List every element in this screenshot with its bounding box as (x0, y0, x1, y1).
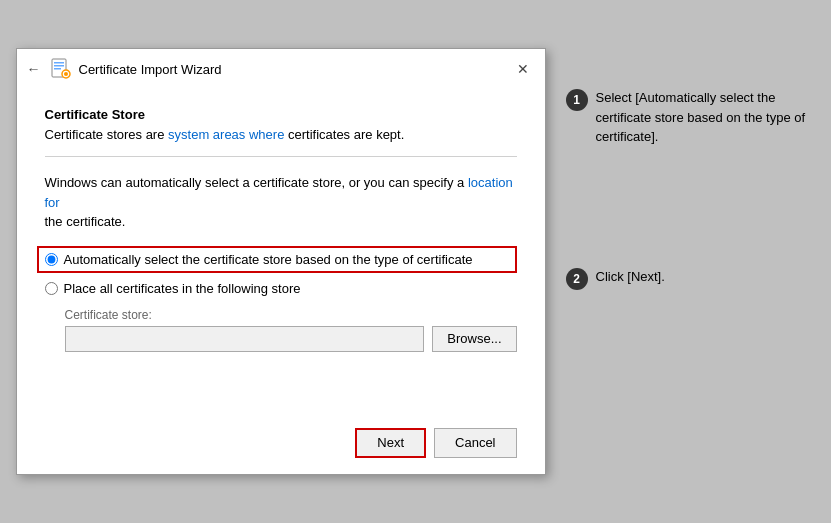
cert-store-section: Certificate store: Browse... (65, 308, 517, 352)
dialog-body: Certificate Store Certificate stores are… (17, 87, 545, 368)
manual-radio-option[interactable]: Place all certificates in the following … (45, 281, 517, 296)
wizard-icon (49, 57, 73, 81)
title-bar-left: ← Certificate Import Wizard (27, 57, 222, 81)
annotation-number-1: 1 (566, 89, 588, 111)
annotation-2: 2 Click [Next]. (566, 267, 806, 290)
annotation-text-2: Click [Next]. (596, 267, 665, 287)
svg-point-5 (64, 72, 68, 76)
annotation-text-1: Select [Automatically select the certifi… (596, 88, 806, 147)
section-description: Certificate stores are system areas wher… (45, 126, 517, 144)
cert-store-label: Certificate store: (65, 308, 517, 322)
section-divider (45, 156, 517, 157)
auto-radio-label: Automatically select the certificate sto… (64, 252, 473, 267)
auto-radio-option[interactable]: Automatically select the certificate sto… (37, 246, 517, 273)
auto-radio-input[interactable] (45, 253, 58, 266)
svg-rect-1 (54, 62, 64, 64)
svg-rect-3 (54, 68, 61, 70)
back-button[interactable]: ← (27, 61, 41, 77)
cancel-button[interactable]: Cancel (434, 428, 516, 458)
section-link: system areas where (168, 127, 284, 142)
cert-store-row: Browse... (65, 326, 517, 352)
certificate-import-wizard-dialog: ← Certificate Import Wizard ✕ Certificat… (16, 48, 546, 475)
annotation-1: 1 Select [Automatically select the certi… (566, 88, 806, 147)
close-button[interactable]: ✕ (511, 57, 535, 81)
dialog-title: Certificate Import Wizard (79, 62, 222, 77)
dialog-footer: Next Cancel (17, 368, 545, 474)
section-heading: Certificate Store (45, 107, 517, 122)
svg-rect-2 (54, 65, 64, 67)
annotation-number-2: 2 (566, 268, 588, 290)
browse-button[interactable]: Browse... (432, 326, 516, 352)
title-bar: ← Certificate Import Wizard ✕ (17, 49, 545, 87)
radio-group: Automatically select the certificate sto… (45, 246, 517, 352)
cert-store-input[interactable] (65, 326, 425, 352)
manual-radio-input[interactable] (45, 282, 58, 295)
annotation-panel: 1 Select [Automatically select the certi… (546, 48, 816, 290)
info-text: Windows can automatically select a certi… (45, 173, 517, 232)
next-button[interactable]: Next (355, 428, 426, 458)
location-link: location for (45, 175, 513, 210)
manual-radio-label: Place all certificates in the following … (64, 281, 301, 296)
